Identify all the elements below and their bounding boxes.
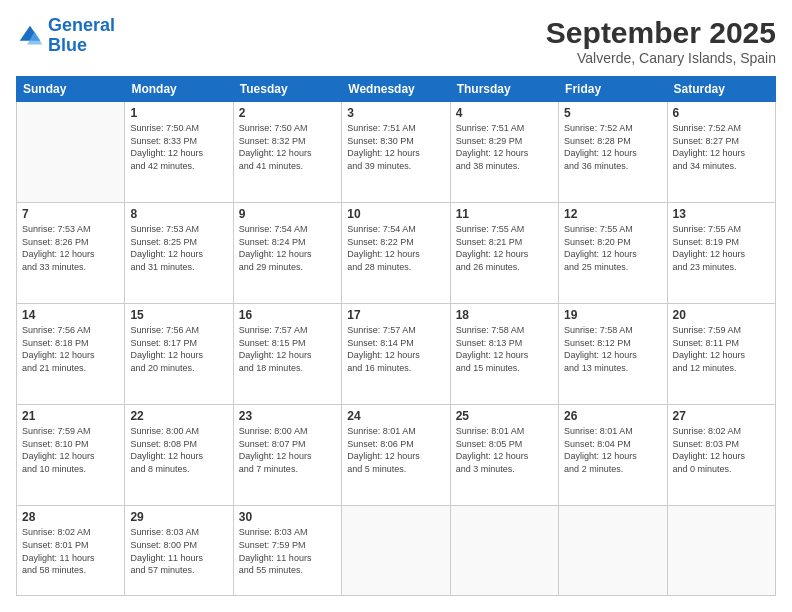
day-number: 30 bbox=[239, 510, 336, 524]
day-number: 7 bbox=[22, 207, 119, 221]
page: General Blue September 2025 Valverde, Ca… bbox=[0, 0, 792, 612]
day-number: 10 bbox=[347, 207, 444, 221]
day-number: 1 bbox=[130, 106, 227, 120]
month-title: September 2025 bbox=[546, 16, 776, 50]
day-number: 4 bbox=[456, 106, 553, 120]
day-info: Sunrise: 7:55 AM Sunset: 8:21 PM Dayligh… bbox=[456, 223, 553, 273]
day-number: 28 bbox=[22, 510, 119, 524]
weekday-header-tuesday: Tuesday bbox=[233, 77, 341, 102]
day-number: 22 bbox=[130, 409, 227, 423]
day-info: Sunrise: 7:51 AM Sunset: 8:29 PM Dayligh… bbox=[456, 122, 553, 172]
day-info: Sunrise: 7:56 AM Sunset: 8:17 PM Dayligh… bbox=[130, 324, 227, 374]
day-cell: 1Sunrise: 7:50 AM Sunset: 8:33 PM Daylig… bbox=[125, 102, 233, 203]
day-info: Sunrise: 8:03 AM Sunset: 7:59 PM Dayligh… bbox=[239, 526, 336, 576]
day-info: Sunrise: 7:50 AM Sunset: 8:32 PM Dayligh… bbox=[239, 122, 336, 172]
day-number: 3 bbox=[347, 106, 444, 120]
week-row-3: 14Sunrise: 7:56 AM Sunset: 8:18 PM Dayli… bbox=[17, 304, 776, 405]
day-cell: 23Sunrise: 8:00 AM Sunset: 8:07 PM Dayli… bbox=[233, 405, 341, 506]
day-number: 20 bbox=[673, 308, 770, 322]
day-info: Sunrise: 7:51 AM Sunset: 8:30 PM Dayligh… bbox=[347, 122, 444, 172]
day-cell: 24Sunrise: 8:01 AM Sunset: 8:06 PM Dayli… bbox=[342, 405, 450, 506]
day-cell: 22Sunrise: 8:00 AM Sunset: 8:08 PM Dayli… bbox=[125, 405, 233, 506]
day-cell: 17Sunrise: 7:57 AM Sunset: 8:14 PM Dayli… bbox=[342, 304, 450, 405]
day-info: Sunrise: 7:54 AM Sunset: 8:22 PM Dayligh… bbox=[347, 223, 444, 273]
day-cell: 4Sunrise: 7:51 AM Sunset: 8:29 PM Daylig… bbox=[450, 102, 558, 203]
day-cell: 27Sunrise: 8:02 AM Sunset: 8:03 PM Dayli… bbox=[667, 405, 775, 506]
day-number: 16 bbox=[239, 308, 336, 322]
day-number: 25 bbox=[456, 409, 553, 423]
title-block: September 2025 Valverde, Canary Islands,… bbox=[546, 16, 776, 66]
day-cell: 20Sunrise: 7:59 AM Sunset: 8:11 PM Dayli… bbox=[667, 304, 775, 405]
day-info: Sunrise: 7:58 AM Sunset: 8:13 PM Dayligh… bbox=[456, 324, 553, 374]
day-info: Sunrise: 7:50 AM Sunset: 8:33 PM Dayligh… bbox=[130, 122, 227, 172]
week-row-1: 1Sunrise: 7:50 AM Sunset: 8:33 PM Daylig… bbox=[17, 102, 776, 203]
location: Valverde, Canary Islands, Spain bbox=[546, 50, 776, 66]
day-number: 19 bbox=[564, 308, 661, 322]
day-cell: 7Sunrise: 7:53 AM Sunset: 8:26 PM Daylig… bbox=[17, 203, 125, 304]
day-cell bbox=[559, 506, 667, 596]
day-cell: 6Sunrise: 7:52 AM Sunset: 8:27 PM Daylig… bbox=[667, 102, 775, 203]
day-info: Sunrise: 8:01 AM Sunset: 8:04 PM Dayligh… bbox=[564, 425, 661, 475]
day-cell bbox=[450, 506, 558, 596]
day-info: Sunrise: 7:52 AM Sunset: 8:27 PM Dayligh… bbox=[673, 122, 770, 172]
day-info: Sunrise: 8:00 AM Sunset: 8:07 PM Dayligh… bbox=[239, 425, 336, 475]
day-cell: 8Sunrise: 7:53 AM Sunset: 8:25 PM Daylig… bbox=[125, 203, 233, 304]
day-info: Sunrise: 7:54 AM Sunset: 8:24 PM Dayligh… bbox=[239, 223, 336, 273]
week-row-4: 21Sunrise: 7:59 AM Sunset: 8:10 PM Dayli… bbox=[17, 405, 776, 506]
day-info: Sunrise: 7:55 AM Sunset: 8:20 PM Dayligh… bbox=[564, 223, 661, 273]
header: General Blue September 2025 Valverde, Ca… bbox=[16, 16, 776, 66]
day-number: 8 bbox=[130, 207, 227, 221]
day-cell: 16Sunrise: 7:57 AM Sunset: 8:15 PM Dayli… bbox=[233, 304, 341, 405]
day-info: Sunrise: 8:02 AM Sunset: 8:01 PM Dayligh… bbox=[22, 526, 119, 576]
day-cell bbox=[342, 506, 450, 596]
day-number: 9 bbox=[239, 207, 336, 221]
day-number: 2 bbox=[239, 106, 336, 120]
day-cell: 5Sunrise: 7:52 AM Sunset: 8:28 PM Daylig… bbox=[559, 102, 667, 203]
day-number: 18 bbox=[456, 308, 553, 322]
day-info: Sunrise: 8:01 AM Sunset: 8:06 PM Dayligh… bbox=[347, 425, 444, 475]
day-cell: 13Sunrise: 7:55 AM Sunset: 8:19 PM Dayli… bbox=[667, 203, 775, 304]
day-cell: 12Sunrise: 7:55 AM Sunset: 8:20 PM Dayli… bbox=[559, 203, 667, 304]
day-info: Sunrise: 8:01 AM Sunset: 8:05 PM Dayligh… bbox=[456, 425, 553, 475]
logo-icon bbox=[16, 22, 44, 50]
day-info: Sunrise: 7:52 AM Sunset: 8:28 PM Dayligh… bbox=[564, 122, 661, 172]
weekday-header-saturday: Saturday bbox=[667, 77, 775, 102]
day-info: Sunrise: 8:03 AM Sunset: 8:00 PM Dayligh… bbox=[130, 526, 227, 576]
day-info: Sunrise: 7:59 AM Sunset: 8:10 PM Dayligh… bbox=[22, 425, 119, 475]
day-cell: 10Sunrise: 7:54 AM Sunset: 8:22 PM Dayli… bbox=[342, 203, 450, 304]
logo: General Blue bbox=[16, 16, 115, 56]
day-info: Sunrise: 7:57 AM Sunset: 8:14 PM Dayligh… bbox=[347, 324, 444, 374]
calendar-body: 1Sunrise: 7:50 AM Sunset: 8:33 PM Daylig… bbox=[17, 102, 776, 596]
weekday-header-wednesday: Wednesday bbox=[342, 77, 450, 102]
day-info: Sunrise: 7:53 AM Sunset: 8:26 PM Dayligh… bbox=[22, 223, 119, 273]
day-cell: 25Sunrise: 8:01 AM Sunset: 8:05 PM Dayli… bbox=[450, 405, 558, 506]
day-cell: 15Sunrise: 7:56 AM Sunset: 8:17 PM Dayli… bbox=[125, 304, 233, 405]
day-info: Sunrise: 7:53 AM Sunset: 8:25 PM Dayligh… bbox=[130, 223, 227, 273]
day-number: 12 bbox=[564, 207, 661, 221]
logo-text: General Blue bbox=[48, 16, 115, 56]
day-number: 17 bbox=[347, 308, 444, 322]
day-cell: 19Sunrise: 7:58 AM Sunset: 8:12 PM Dayli… bbox=[559, 304, 667, 405]
day-number: 5 bbox=[564, 106, 661, 120]
day-info: Sunrise: 7:55 AM Sunset: 8:19 PM Dayligh… bbox=[673, 223, 770, 273]
day-number: 14 bbox=[22, 308, 119, 322]
day-info: Sunrise: 8:00 AM Sunset: 8:08 PM Dayligh… bbox=[130, 425, 227, 475]
day-number: 29 bbox=[130, 510, 227, 524]
day-number: 11 bbox=[456, 207, 553, 221]
day-info: Sunrise: 7:56 AM Sunset: 8:18 PM Dayligh… bbox=[22, 324, 119, 374]
day-info: Sunrise: 8:02 AM Sunset: 8:03 PM Dayligh… bbox=[673, 425, 770, 475]
day-number: 15 bbox=[130, 308, 227, 322]
logo-line2: Blue bbox=[48, 35, 87, 55]
day-number: 13 bbox=[673, 207, 770, 221]
day-cell: 18Sunrise: 7:58 AM Sunset: 8:13 PM Dayli… bbox=[450, 304, 558, 405]
weekday-header-friday: Friday bbox=[559, 77, 667, 102]
day-info: Sunrise: 7:58 AM Sunset: 8:12 PM Dayligh… bbox=[564, 324, 661, 374]
weekday-header-sunday: Sunday bbox=[17, 77, 125, 102]
day-cell: 11Sunrise: 7:55 AM Sunset: 8:21 PM Dayli… bbox=[450, 203, 558, 304]
logo-line1: General bbox=[48, 15, 115, 35]
day-cell: 30Sunrise: 8:03 AM Sunset: 7:59 PM Dayli… bbox=[233, 506, 341, 596]
day-cell: 29Sunrise: 8:03 AM Sunset: 8:00 PM Dayli… bbox=[125, 506, 233, 596]
day-number: 24 bbox=[347, 409, 444, 423]
day-cell: 9Sunrise: 7:54 AM Sunset: 8:24 PM Daylig… bbox=[233, 203, 341, 304]
day-cell: 14Sunrise: 7:56 AM Sunset: 8:18 PM Dayli… bbox=[17, 304, 125, 405]
